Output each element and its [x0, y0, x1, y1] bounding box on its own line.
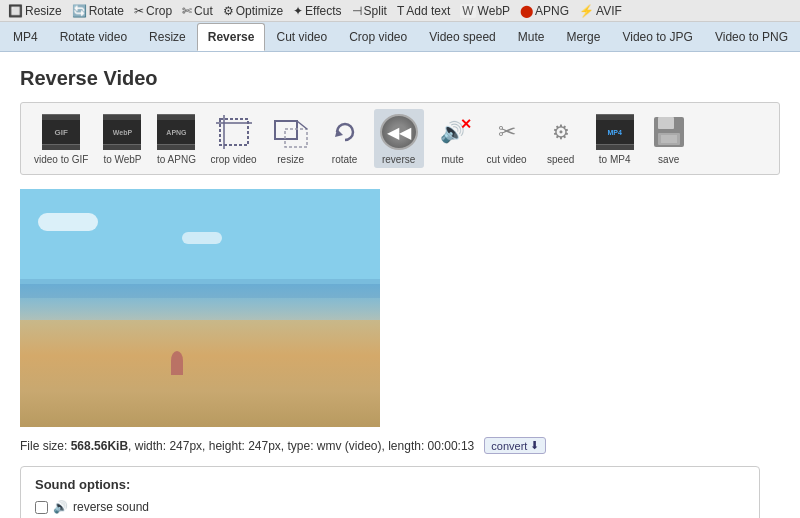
top-tool-optimize[interactable]: ⚙ Optimize	[219, 3, 287, 19]
addtext-icon: T	[397, 4, 404, 18]
speaker-small-icon: 🔊	[53, 500, 68, 514]
rotate-icon	[327, 115, 363, 149]
page-title: Reverse Video	[20, 67, 780, 90]
top-tool-addtext[interactable]: T Add text	[393, 3, 454, 19]
svg-line-5	[297, 121, 307, 129]
nav-item-mute[interactable]: Mute	[507, 23, 556, 51]
top-tool-apng[interactable]: ⬤ APNG	[516, 3, 573, 19]
nav-item-mp4[interactable]: MP4	[2, 23, 49, 51]
nav-item-video-speed[interactable]: Video speed	[418, 23, 507, 51]
file-details: , width: 247px, height: 247px, type: wmv…	[128, 439, 474, 453]
beach-sky	[20, 279, 380, 298]
tool-cut-video[interactable]: ✂ cut video	[482, 109, 532, 168]
resize-icon	[273, 115, 309, 149]
convert-button[interactable]: convert ⬇	[484, 437, 546, 454]
nav-item-cut-video[interactable]: Cut video	[265, 23, 338, 51]
tool-speed[interactable]: ⚙ speed	[536, 109, 586, 168]
top-tool-resize[interactable]: 🔲 Resize	[4, 3, 66, 19]
crop-video-icon	[216, 115, 252, 149]
save-icon	[651, 115, 687, 149]
svg-rect-8	[658, 117, 674, 129]
webp-icon: W	[460, 4, 475, 18]
download-icon: ⬇	[530, 439, 539, 452]
top-tool-crop[interactable]: ✂ Crop	[130, 3, 176, 19]
svg-rect-3	[275, 121, 297, 139]
tool-to-webp[interactable]: WebP to WebP	[97, 109, 147, 168]
nav-bar: MP4 Rotate video Resize Reverse Cut vide…	[0, 22, 800, 52]
top-tool-cut[interactable]: ✄ Cut	[178, 3, 217, 19]
top-tool-webp[interactable]: W WebP	[456, 3, 514, 19]
effects-icon: ✦	[293, 4, 303, 18]
scissors-icon: ✂	[498, 119, 516, 145]
crop-icon: ✂	[134, 4, 144, 18]
nav-item-video-to-png[interactable]: Video to PNG	[704, 23, 799, 51]
top-tool-avif[interactable]: ⚡ AVIF	[575, 3, 626, 19]
tool-resize[interactable]: resize	[266, 109, 316, 168]
svg-rect-10	[661, 135, 677, 143]
gear-icon: ⚙	[552, 120, 570, 144]
nav-item-resize[interactable]: Resize	[138, 23, 197, 51]
cut-icon: ✄	[182, 4, 192, 18]
video-player[interactable]	[20, 189, 380, 427]
apng-icon: ⬤	[520, 4, 533, 18]
top-tool-split[interactable]: ⊣ Split	[348, 3, 391, 19]
nav-item-rotate-video[interactable]: Rotate video	[49, 23, 138, 51]
sound-options-title: Sound options:	[35, 477, 745, 492]
top-toolbar: 🔲 Resize 🔄 Rotate ✂ Crop ✄ Cut ⚙ Optimiz…	[0, 0, 800, 22]
tool-rotate[interactable]: rotate	[320, 109, 370, 168]
tool-mute[interactable]: 🔊 ✕ mute	[428, 109, 478, 168]
file-info: File size: 568.56KiB, width: 247px, heig…	[20, 437, 780, 454]
tool-reverse[interactable]: ◀◀ reverse	[374, 109, 424, 168]
tool-save[interactable]: save	[644, 109, 694, 168]
file-size-value: 568.56KiB	[71, 439, 128, 453]
split-icon: ⊣	[352, 4, 362, 18]
reverse-play-icon: ◀◀	[387, 123, 411, 142]
video-tools-bar: GIF video to GIF WebP to WebP APNG to AP…	[20, 102, 780, 175]
nav-item-crop-video[interactable]: Crop video	[338, 23, 418, 51]
reverse-sound-checkbox[interactable]	[35, 501, 48, 514]
sound-options-panel: Sound options: 🔊 reverse sound 🔇 mute so…	[20, 466, 760, 518]
nav-item-video-to-jpg[interactable]: Video to JPG	[611, 23, 704, 51]
top-tool-rotate[interactable]: 🔄 Rotate	[68, 3, 128, 19]
rotate-icon: 🔄	[72, 4, 87, 18]
tool-video-to-gif[interactable]: GIF video to GIF	[29, 109, 93, 168]
mute-x-icon: ✕	[460, 116, 472, 132]
nav-item-reverse[interactable]: Reverse	[197, 23, 266, 51]
file-size-label: File size:	[20, 439, 71, 453]
beach-person	[171, 351, 183, 375]
clouds2	[182, 232, 222, 244]
sound-option-reverse: 🔊 reverse sound	[35, 500, 745, 514]
top-tool-effects[interactable]: ✦ Effects	[289, 3, 345, 19]
reverse-sound-label[interactable]: reverse sound	[73, 500, 149, 514]
nav-item-merge[interactable]: Merge	[555, 23, 611, 51]
tool-to-mp4[interactable]: MP4 to MP4	[590, 109, 640, 168]
clouds	[38, 213, 98, 231]
tool-crop-video[interactable]: crop video	[205, 109, 261, 168]
main-content: Reverse Video GIF video to GIF WebP to W…	[0, 52, 800, 518]
optimize-icon: ⚙	[223, 4, 234, 18]
tool-to-apng[interactable]: APNG to APNG	[151, 109, 201, 168]
avif-icon: ⚡	[579, 4, 594, 18]
resize-icon: 🔲	[8, 4, 23, 18]
